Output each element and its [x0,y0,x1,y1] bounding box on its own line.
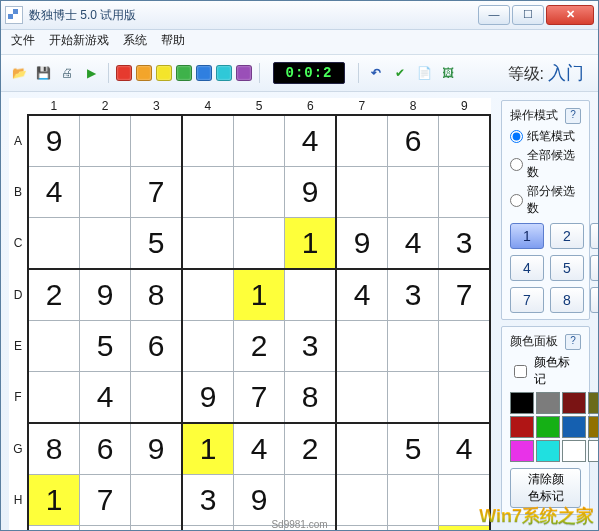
cell-D1[interactable]: 2 [28,269,80,321]
cell-H5[interactable]: 9 [234,475,285,526]
sudoku-board[interactable]: 123456789A946B479C51943D2981437E5623F497… [9,98,491,530]
palette-color-7[interactable] [562,416,586,438]
picture-icon[interactable]: 🖼 [438,63,458,83]
numpad-3[interactable]: 3 [590,223,598,249]
cell-H3[interactable] [131,475,183,526]
cell-C1[interactable] [28,218,80,270]
color-swatch-3[interactable] [176,65,192,81]
cell-D9[interactable]: 7 [439,269,491,321]
cell-G3[interactable]: 9 [131,423,183,475]
cell-E3[interactable]: 6 [131,321,183,372]
close-button[interactable]: ✕ [546,5,594,25]
cell-E6[interactable]: 3 [285,321,337,372]
color-swatch-1[interactable] [136,65,152,81]
open-icon[interactable]: 📂 [9,63,29,83]
menu-file[interactable]: 文件 [11,32,35,52]
cell-A5[interactable] [234,115,285,167]
color-swatch-6[interactable] [236,65,252,81]
cell-H8[interactable] [388,475,439,526]
cell-E2[interactable]: 5 [80,321,131,372]
cell-F7[interactable] [336,372,388,424]
cell-F6[interactable]: 8 [285,372,337,424]
note-icon[interactable]: 📄 [414,63,434,83]
cell-H4[interactable]: 3 [182,475,234,526]
cell-E1[interactable] [28,321,80,372]
cell-C3[interactable]: 5 [131,218,183,270]
palette-color-13[interactable] [588,440,598,462]
cell-H1[interactable]: 1 [28,475,80,526]
cell-G7[interactable] [336,423,388,475]
menu-help[interactable]: 帮助 [161,32,185,52]
numpad-5[interactable]: 5 [550,255,584,281]
cell-F1[interactable] [28,372,80,424]
mode-pen[interactable]: 纸笔模式 [510,128,581,145]
color-swatch-4[interactable] [196,65,212,81]
color-mark-checkbox[interactable] [514,365,527,378]
cell-B9[interactable] [439,167,491,218]
cell-C7[interactable]: 9 [336,218,388,270]
mode-pen-radio[interactable] [510,130,523,143]
cell-E4[interactable] [182,321,234,372]
cell-E7[interactable] [336,321,388,372]
cell-A8[interactable]: 6 [388,115,439,167]
cell-B8[interactable] [388,167,439,218]
cell-D7[interactable]: 4 [336,269,388,321]
minimize-button[interactable]: — [478,5,510,25]
cell-A1[interactable]: 9 [28,115,80,167]
help-icon[interactable]: ? [565,334,581,350]
cell-F4[interactable]: 9 [182,372,234,424]
cell-D8[interactable]: 3 [388,269,439,321]
help-icon[interactable]: ? [565,108,581,124]
cell-B6[interactable]: 9 [285,167,337,218]
cell-D2[interactable]: 9 [80,269,131,321]
cell-G9[interactable]: 4 [439,423,491,475]
menu-new-game[interactable]: 开始新游戏 [49,32,109,52]
cell-C5[interactable] [234,218,285,270]
palette-color-0[interactable] [510,392,534,414]
cell-G5[interactable]: 4 [234,423,285,475]
palette-color-8[interactable] [588,416,598,438]
cell-F5[interactable]: 7 [234,372,285,424]
cell-C2[interactable] [80,218,131,270]
cell-D4[interactable] [182,269,234,321]
cell-C8[interactable]: 4 [388,218,439,270]
cell-H7[interactable] [336,475,388,526]
cell-E9[interactable] [439,321,491,372]
cell-D3[interactable]: 8 [131,269,183,321]
cell-F2[interactable]: 4 [80,372,131,424]
color-swatch-0[interactable] [116,65,132,81]
cell-B4[interactable] [182,167,234,218]
cell-F3[interactable] [131,372,183,424]
menu-system[interactable]: 系统 [123,32,147,52]
numpad-2[interactable]: 2 [550,223,584,249]
palette-color-5[interactable] [510,416,534,438]
cell-F9[interactable] [439,372,491,424]
numpad-1[interactable]: 1 [510,223,544,249]
palette-color-1[interactable] [536,392,560,414]
numpad-9[interactable]: 9 [590,287,598,313]
cell-A3[interactable] [131,115,183,167]
mode-all[interactable]: 全部候选数 [510,147,581,181]
palette-color-2[interactable] [562,392,586,414]
color-swatch-5[interactable] [216,65,232,81]
cell-E5[interactable]: 2 [234,321,285,372]
cell-C9[interactable]: 3 [439,218,491,270]
print-icon[interactable]: 🖨 [57,63,77,83]
cell-F8[interactable] [388,372,439,424]
undo-icon[interactable]: ↶ [366,63,386,83]
palette-color-11[interactable] [536,440,560,462]
palette-color-10[interactable] [510,440,534,462]
cell-A7[interactable] [336,115,388,167]
numpad-4[interactable]: 4 [510,255,544,281]
cell-B7[interactable] [336,167,388,218]
cell-G1[interactable]: 8 [28,423,80,475]
cell-D6[interactable] [285,269,337,321]
clear-colors-button[interactable]: 清除颜色标记 [510,468,581,508]
palette-color-3[interactable] [588,392,598,414]
color-mark-toggle[interactable]: 颜色标记 [510,354,581,388]
cell-B2[interactable] [80,167,131,218]
cell-E8[interactable] [388,321,439,372]
cell-B5[interactable] [234,167,285,218]
numpad-6[interactable]: 6 [590,255,598,281]
play-icon[interactable]: ▶ [81,63,101,83]
